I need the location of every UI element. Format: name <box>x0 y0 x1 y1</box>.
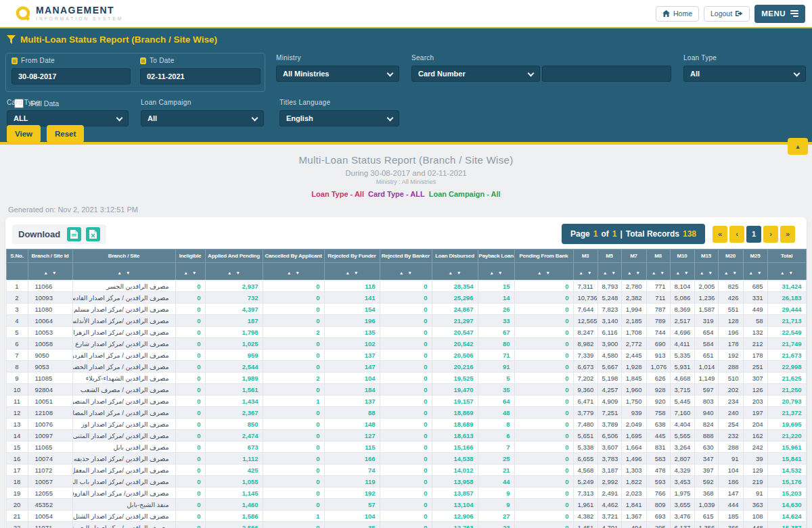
sort-asc-icon[interactable]: ▲ <box>490 270 494 275</box>
sort-desc-icon[interactable]: ▼ <box>660 270 664 275</box>
table-cell: 0 <box>175 292 205 304</box>
sort-asc-icon[interactable]: ▲ <box>184 270 188 275</box>
pager-next-button[interactable]: › <box>763 226 778 243</box>
menu-button[interactable]: MENU <box>754 5 805 23</box>
table-row: 2211071مصرف الرافدين /مركز اصدار البصرة … <box>6 522 806 528</box>
sort-asc-icon[interactable]: ▲ <box>652 270 656 275</box>
table-cell: 4 <box>6 315 28 327</box>
table-cell: 831 <box>646 441 670 453</box>
sort-asc-icon[interactable]: ▲ <box>346 270 350 275</box>
sort-desc-icon[interactable]: ▼ <box>789 270 793 275</box>
view-button[interactable]: View <box>7 125 41 143</box>
sort-desc-icon[interactable]: ▼ <box>126 270 130 275</box>
sort-desc-icon[interactable]: ▼ <box>192 270 196 275</box>
reset-button[interactable]: Reset <box>47 125 84 143</box>
search-type-select[interactable]: Card Number <box>411 66 540 82</box>
from-date-input[interactable] <box>12 68 131 85</box>
sort-desc-icon[interactable]: ▼ <box>236 270 240 275</box>
column-sort-cell: ▲▼ <box>175 263 205 281</box>
sort-desc-icon[interactable]: ▼ <box>587 270 591 275</box>
table-cell: 1,750 <box>621 395 646 407</box>
sort-asc-icon[interactable]: ▲ <box>44 270 48 275</box>
table-cell: 0 <box>514 499 573 510</box>
table-cell: 6,137 <box>670 522 694 528</box>
excel-download-button[interactable] <box>86 227 100 241</box>
table-cell: 19,470 <box>432 384 478 395</box>
table-cell: 192 <box>324 487 380 499</box>
sort-asc-icon[interactable]: ▲ <box>118 270 122 275</box>
sort-desc-icon[interactable]: ▼ <box>408 270 412 275</box>
sort-asc-icon[interactable]: ▲ <box>603 270 607 275</box>
table-cell: 3,140 <box>597 315 621 327</box>
sort-asc-icon[interactable]: ▲ <box>227 270 231 275</box>
table-cell: 6 <box>478 430 514 441</box>
sort-desc-icon[interactable]: ▼ <box>612 270 616 275</box>
sort-asc-icon[interactable]: ▲ <box>537 270 541 275</box>
table-cell: 22,549 <box>767 327 806 338</box>
sort-desc-icon[interactable]: ▼ <box>636 270 640 275</box>
table-cell: 3,783 <box>597 453 621 464</box>
sort-asc-icon[interactable]: ▲ <box>780 270 784 275</box>
sort-desc-icon[interactable]: ▼ <box>498 270 502 275</box>
sort-asc-icon[interactable]: ▲ <box>700 270 704 275</box>
table-cell: مصرف الرافدين/ مركز اصدار الفاروق <box>72 487 175 499</box>
sort-asc-icon[interactable]: ▲ <box>724 270 728 275</box>
table-cell: 1,960 <box>621 384 646 395</box>
scroll-to-top-button[interactable]: ▲ <box>788 138 808 155</box>
sort-asc-icon[interactable]: ▲ <box>676 270 680 275</box>
sort-asc-icon[interactable]: ▲ <box>399 270 403 275</box>
pager-last-button[interactable]: » <box>780 226 795 243</box>
table-cell: مصرف الرافدين /مركز اصدار المثنى <box>72 430 175 441</box>
pager-first-button[interactable]: « <box>713 226 727 243</box>
filter-panel: Multi-Loan Status Report (Branch / Site … <box>0 28 812 145</box>
loan-type-select[interactable]: All <box>683 66 806 82</box>
sort-desc-icon[interactable]: ▼ <box>457 270 461 275</box>
sort-desc-icon[interactable]: ▼ <box>296 270 300 275</box>
search-input[interactable] <box>542 66 671 82</box>
sort-desc-icon[interactable]: ▼ <box>354 270 358 275</box>
sort-desc-icon[interactable]: ▼ <box>757 270 761 275</box>
table-cell: 20,506 <box>432 350 478 361</box>
table-cell: 3,715 <box>670 384 694 395</box>
table-cell: 4,668 <box>670 373 694 384</box>
table-cell: 809 <box>646 499 670 510</box>
report-title: Multi-Loan Status Report (Branch / Site … <box>0 154 812 166</box>
sort-asc-icon[interactable]: ▲ <box>287 270 291 275</box>
table-cell: 12108 <box>28 407 72 418</box>
table-cell: 366 <box>718 522 743 528</box>
download-box: Download <box>12 224 106 244</box>
card-type-select[interactable]: ALL <box>7 110 129 126</box>
table-cell: 15,961 <box>767 441 806 453</box>
table-row: 111066مصرف الرافدين الجسر02,9370118028,3… <box>6 281 806 292</box>
filter-panel-title: Multi-Loan Status Report (Branch / Site … <box>7 34 217 45</box>
sort-desc-icon[interactable]: ▼ <box>708 270 713 275</box>
logout-button[interactable]: Logout <box>704 6 750 22</box>
sort-desc-icon[interactable]: ▼ <box>684 270 688 275</box>
ministry-select[interactable]: All Ministries <box>276 66 399 82</box>
sort-asc-icon[interactable]: ▲ <box>579 270 583 275</box>
sort-desc-icon[interactable]: ▼ <box>546 270 550 275</box>
table-cell: مصرف الرافدين /مركز اصدار المعقل <box>72 464 175 476</box>
table-cell: 0 <box>380 453 432 464</box>
pager-page-button[interactable]: 1 <box>746 226 761 243</box>
sort-asc-icon[interactable]: ▲ <box>749 270 753 275</box>
table-cell: 19,695 <box>767 418 806 430</box>
home-button[interactable]: Home <box>656 6 699 22</box>
table-cell: 5,248 <box>597 292 621 304</box>
loan-campaign-select[interactable]: All <box>141 110 264 126</box>
table-cell: 102 <box>324 338 380 350</box>
table-cell: 1,989 <box>205 373 263 384</box>
pager-prev-button[interactable]: ‹ <box>729 226 744 243</box>
table-cell: 192 <box>718 350 743 361</box>
sort-asc-icon[interactable]: ▲ <box>449 270 453 275</box>
column-sort-cell: ▲▼ <box>646 263 670 281</box>
pdf-download-button[interactable] <box>67 227 81 241</box>
table-cell: 2,445 <box>621 350 646 361</box>
titles-language-select[interactable]: English <box>279 110 399 126</box>
sort-asc-icon[interactable]: ▲ <box>627 270 631 275</box>
sort-desc-icon[interactable]: ▼ <box>52 270 56 275</box>
sort-desc-icon[interactable]: ▼ <box>733 270 737 275</box>
table-cell: 4,411 <box>670 338 694 350</box>
table-cell: 12055 <box>28 487 72 499</box>
to-date-input[interactable] <box>140 68 261 85</box>
